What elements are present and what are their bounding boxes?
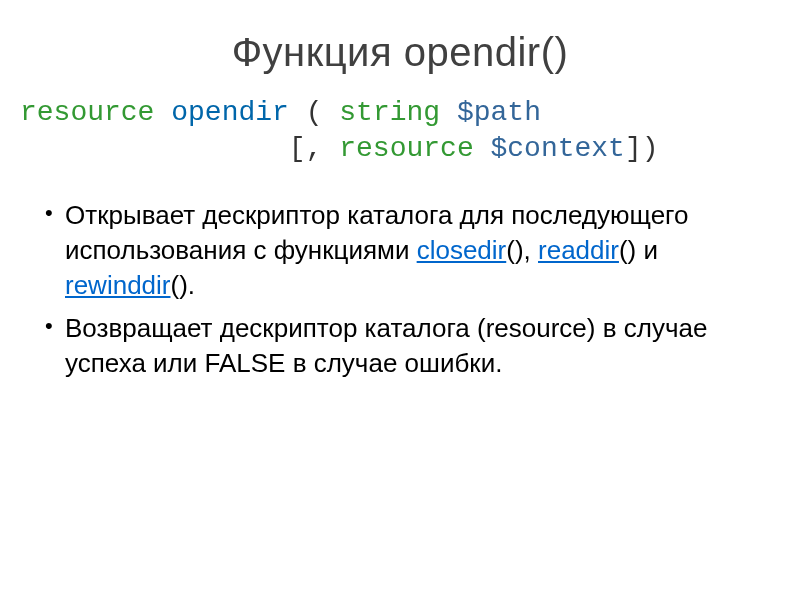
paren-readdir: () [619,235,636,265]
bullet-item-1: Открывает дескриптор каталога для послед… [45,198,780,303]
return-type: resource [20,97,154,128]
bullet-item-2: Возвращает дескриптор каталога (resource… [45,311,780,381]
function-name: opendir [171,97,289,128]
bullet1-mid2: и [636,235,658,265]
link-closedir[interactable]: closedir [417,235,507,265]
arg2-type: resource [339,133,473,164]
link-rewinddir[interactable]: rewinddir [65,270,171,300]
paren-open: ( [289,97,339,128]
arg1-type: string [339,97,440,128]
bullet-list: Открывает дескриптор каталога для послед… [20,198,780,381]
slide-title: Функция opendir() [20,30,780,75]
sig-close: ]) [625,133,659,164]
link-readdir[interactable]: readdir [538,235,619,265]
bullet1-mid1: , [524,235,538,265]
paren-rewinddir: () [171,270,188,300]
slide-content: Функция opendir() resource opendir ( str… [0,0,800,409]
arg1-name: $path [457,97,541,128]
line2-indent: [, [20,133,339,164]
bullet1-end: . [188,270,195,300]
function-signature: resource opendir ( string $path [, resou… [20,95,780,168]
paren-closedir: () [506,235,523,265]
arg2-name: $context [491,133,625,164]
